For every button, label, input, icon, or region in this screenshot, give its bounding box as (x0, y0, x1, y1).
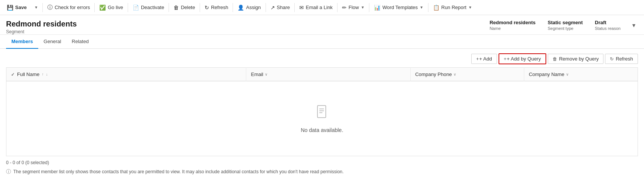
save-icon: 💾 (7, 5, 13, 11)
assign-icon: 👤 (238, 5, 244, 11)
tab-bar: Members General Related (0, 35, 644, 49)
tab-general[interactable]: General (38, 35, 66, 49)
members-table: ✓ Full Name ↑ ↓ Email ∨ Company Phone (6, 67, 638, 156)
meta-status: Draft Status reason (595, 20, 621, 31)
meta-segment-type-value: Static segment (548, 20, 583, 25)
divider-6 (233, 3, 233, 12)
word-templates-button[interactable]: 📊 Word Templates ▼ (370, 0, 427, 15)
main-content: + + Add + + Add by Query 🗑 Remove by Que… (0, 49, 644, 177)
add-button[interactable]: + + Add (471, 54, 497, 64)
info-icon: ⓘ (6, 168, 11, 175)
action-bar: + + Add + + Add by Query 🗑 Remove by Que… (6, 49, 638, 67)
page-title-section: Redmond residents Segment (6, 20, 77, 34)
flow-dropdown-arrow: ▼ (361, 5, 364, 9)
remove-by-query-button[interactable]: 🗑 Remove by Query (548, 54, 604, 64)
divider-7 (266, 3, 266, 12)
tab-members[interactable]: Members (6, 35, 38, 49)
empty-state-icon (314, 104, 330, 123)
fullname-sort-asc[interactable]: ↑ (42, 72, 44, 76)
deactivate-icon: 📄 (133, 5, 139, 11)
check-errors-button[interactable]: ⓘ Check for errors (44, 0, 94, 15)
empty-state-cell: No data available. (6, 81, 638, 156)
col-fullname: ✓ Full Name ↑ ↓ (6, 68, 246, 81)
meta-status-value: Draft (595, 20, 621, 25)
add-by-query-button[interactable]: + + Add by Query (499, 53, 546, 64)
divider-10 (369, 3, 369, 12)
empty-state-row: No data available. (6, 81, 638, 156)
refresh-button[interactable]: ↻ Refresh (201, 0, 232, 15)
col-company-phone: Company Phone ∨ (410, 68, 524, 81)
assign-button[interactable]: 👤 Assign (234, 0, 264, 15)
divider-11 (428, 3, 428, 12)
run-report-button[interactable]: 📋 Run Report ▼ (429, 0, 476, 15)
word-templates-icon: 📊 (374, 5, 380, 11)
meta-name: Redmond residents Name (489, 20, 535, 31)
refresh-table-button[interactable]: ↻ Refresh (605, 54, 638, 64)
share-button[interactable]: ↗ Share (267, 0, 294, 15)
page-meta: Redmond residents Name Static segment Se… (489, 20, 624, 31)
empty-state-text: No data available. (301, 127, 343, 133)
page-title: Redmond residents (6, 20, 77, 28)
check-errors-icon: ⓘ (47, 4, 53, 11)
delete-icon: 🗑 (174, 5, 179, 11)
email-link-icon: ✉ (299, 5, 304, 11)
divider-3 (128, 3, 128, 12)
empty-state: No data available. (6, 81, 638, 156)
meta-status-label: Status reason (595, 26, 621, 31)
save-dropdown-arrow: ▼ (34, 5, 38, 9)
email-link-button[interactable]: ✉ Email a Link (295, 0, 336, 15)
share-icon: ↗ (270, 5, 275, 11)
save-dropdown-button[interactable]: ▼ (30, 0, 42, 15)
divider-9 (337, 3, 338, 12)
phone-col-dropdown[interactable]: ∨ (453, 72, 456, 76)
toolbar: 💾 Save ▼ ⓘ Check for errors ✅ Go live 📄 … (0, 0, 644, 15)
word-templates-dropdown-arrow: ▼ (420, 5, 424, 9)
company-col-dropdown[interactable]: ∨ (566, 72, 569, 76)
email-col-dropdown[interactable]: ∨ (265, 72, 267, 76)
divider-5 (200, 3, 200, 12)
divider-1 (42, 3, 43, 12)
meta-segment-type-label: Segment type (548, 26, 583, 31)
flow-icon: ✏ (342, 5, 347, 11)
header-checkbox[interactable]: ✓ (11, 72, 15, 77)
run-report-dropdown-arrow: ▼ (468, 5, 472, 9)
run-report-icon: 📋 (433, 5, 439, 11)
deactivate-button[interactable]: 📄 Deactivate (129, 0, 168, 15)
record-count: 0 - 0 of 0 (0 selected) (6, 160, 638, 165)
divider-2 (94, 3, 95, 12)
add-icon: + (476, 56, 479, 62)
table-footer: 0 - 0 of 0 (0 selected) ⓘ The segment me… (6, 156, 638, 177)
go-live-button[interactable]: ✅ Go live (95, 0, 127, 15)
table-info-row: ⓘ The segment member list only shows tho… (6, 168, 638, 175)
table-header-row: ✓ Full Name ↑ ↓ Email ∨ Company Phone (6, 68, 638, 81)
page-subtitle: Segment (6, 29, 77, 34)
tab-related[interactable]: Related (66, 35, 94, 49)
flow-button[interactable]: ✏ Flow ▼ (338, 0, 368, 15)
col-email: Email ∨ (246, 68, 410, 81)
meta-name-label: Name (489, 26, 535, 31)
refresh-table-icon: ↻ (610, 56, 614, 62)
save-button[interactable]: 💾 Save (3, 0, 30, 15)
divider-4 (169, 3, 169, 12)
divider-8 (294, 3, 295, 12)
page-meta-section: Redmond residents Name Static segment Se… (489, 20, 638, 31)
remove-by-query-icon: 🗑 (553, 56, 557, 62)
meta-segment-type: Static segment Segment type (548, 20, 583, 31)
page-header: Redmond residents Segment Redmond reside… (0, 15, 644, 35)
col-company-name: Company Name ∨ (524, 68, 638, 81)
fullname-sort-desc[interactable]: ↓ (46, 72, 48, 76)
page-meta-expand-button[interactable]: ▼ (630, 21, 638, 30)
meta-name-value: Redmond residents (489, 20, 535, 25)
go-live-icon: ✅ (99, 5, 106, 11)
delete-button[interactable]: 🗑 Delete (170, 0, 199, 15)
add-by-query-icon: + (504, 56, 506, 62)
refresh-icon: ↻ (205, 5, 209, 11)
svg-rect-0 (317, 106, 326, 118)
footer-info-text: The segment member list only shows those… (13, 169, 344, 174)
